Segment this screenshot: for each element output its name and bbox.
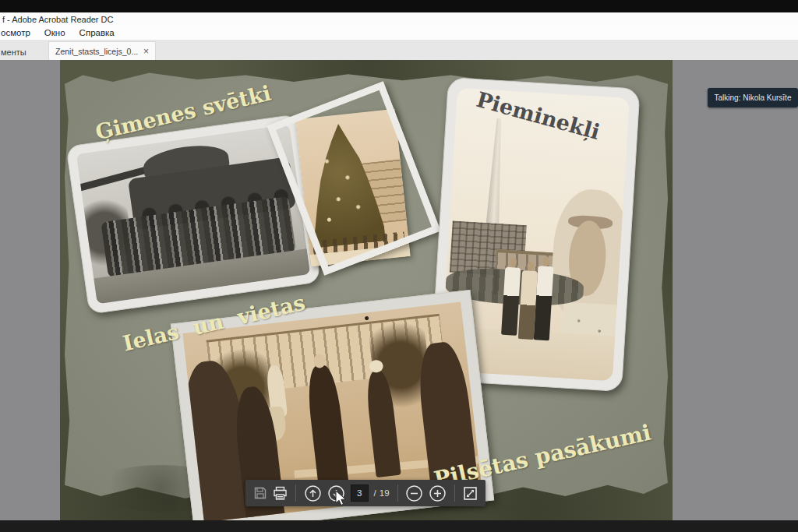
save-button[interactable] [253, 484, 267, 502]
tank-group-photo [76, 125, 310, 305]
menu-help[interactable]: Справка [79, 28, 115, 37]
print-button[interactable] [273, 484, 288, 502]
documents-home-label[interactable]: менты [1, 44, 26, 60]
zoom-out-icon [405, 484, 423, 502]
print-icon [273, 486, 288, 501]
window-title: f - Adobe Acrobat Reader DC [2, 15, 113, 24]
page-count-label: / 19 [374, 488, 390, 498]
zoom-in-icon [429, 484, 447, 502]
title-monuments: Pieminekļi [474, 88, 602, 145]
fullscreen-button[interactable] [463, 484, 478, 502]
app-window: f - Adobe Acrobat Reader DC осмотр Окно … [0, 0, 798, 532]
save-icon [253, 486, 267, 500]
tab-close-icon[interactable]: × [143, 46, 149, 57]
page-up-icon [304, 484, 322, 502]
page-total: 19 [380, 488, 390, 498]
cursor-arrow-icon [334, 490, 350, 507]
page-separator: / [374, 488, 376, 498]
zoom-out-button[interactable] [405, 484, 423, 502]
menu-window[interactable]: Окно [44, 28, 65, 37]
toolbar-divider [397, 484, 398, 502]
tabbar: менты Zenit_stasts_licejs_0... × [0, 40, 798, 60]
menu-view[interactable]: осмотр [1, 28, 30, 37]
titlebar: f - Adobe Acrobat Reader DC [0, 12, 798, 26]
document-tab-label: Zenit_stasts_licejs_0... [55, 47, 138, 56]
mouse-cursor [334, 490, 350, 510]
top-letterbox-bar [0, 0, 798, 12]
fullscreen-icon [463, 486, 478, 501]
talking-indicator: Talking: Nikola Kursīte [708, 88, 798, 107]
previous-page-button[interactable] [304, 484, 322, 502]
page-number-input[interactable]: 3 [351, 484, 369, 502]
document-tab[interactable]: Zenit_stasts_licejs_0... × [48, 41, 156, 60]
pdf-floating-toolbar: 3 / 19 [245, 480, 486, 506]
pdf-page: Ģimenes svētki Ielas un vietas Pilsētas … [60, 60, 673, 520]
zoom-in-button[interactable] [429, 484, 447, 502]
toolbar-divider [295, 484, 296, 502]
menubar: осмотр Окно Справка [0, 26, 798, 40]
toolbar-divider [454, 484, 455, 502]
bottom-letterbox-bar [0, 520, 798, 532]
person-figure [501, 266, 521, 335]
